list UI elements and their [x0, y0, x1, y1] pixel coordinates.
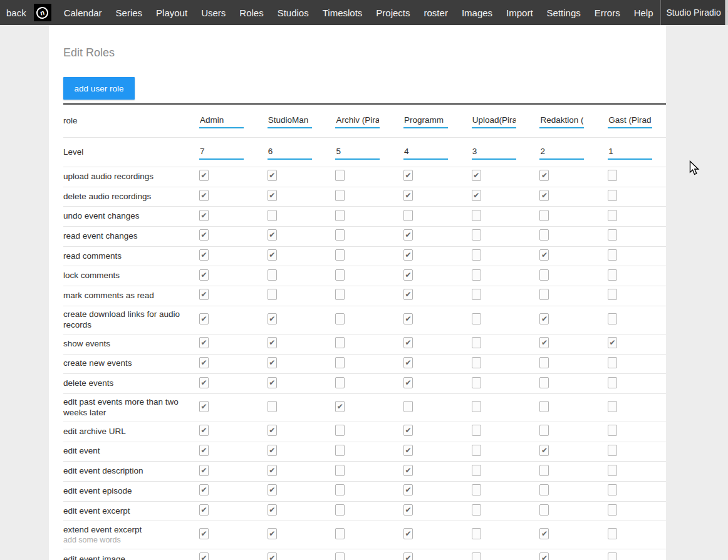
permission-checkbox[interactable]: ✔: [268, 190, 277, 201]
permission-checkbox[interactable]: ✔: [539, 377, 549, 388]
permission-checkbox[interactable]: ✔: [539, 313, 549, 324]
permission-checkbox[interactable]: ✔: [403, 445, 413, 456]
chevron-down-icon[interactable]: ▼: [725, 0, 728, 25]
permission-checkbox[interactable]: ✔: [608, 377, 617, 388]
permission-checkbox[interactable]: ✔: [539, 445, 549, 456]
permission-checkbox[interactable]: ✔: [199, 401, 209, 412]
permission-checkbox[interactable]: ✔: [403, 170, 413, 181]
permission-checkbox[interactable]: ✔: [539, 190, 549, 201]
permission-checkbox[interactable]: ✔: [472, 445, 481, 456]
permission-checkbox[interactable]: ✔: [268, 170, 277, 181]
permission-checkbox[interactable]: ✔: [608, 269, 617, 281]
back-button[interactable]: back: [0, 0, 33, 25]
permission-checkbox[interactable]: ✔: [335, 269, 345, 281]
permission-checkbox[interactable]: ✔: [199, 313, 209, 324]
permission-checkbox[interactable]: ✔: [335, 425, 345, 436]
role-level-input[interactable]: [403, 145, 448, 160]
nav-item-studios[interactable]: Studios: [271, 0, 316, 25]
permission-checkbox[interactable]: ✔: [268, 465, 277, 476]
permission-checkbox[interactable]: ✔: [268, 401, 277, 412]
permission-checkbox[interactable]: ✔: [403, 401, 413, 412]
permission-checkbox[interactable]: ✔: [539, 528, 549, 539]
role-name-input[interactable]: [199, 114, 244, 128]
permission-checkbox[interactable]: ✔: [539, 289, 549, 300]
permission-checkbox[interactable]: ✔: [403, 269, 413, 281]
permission-checkbox[interactable]: ✔: [199, 249, 209, 261]
permission-checkbox[interactable]: ✔: [335, 190, 345, 201]
permission-checkbox[interactable]: ✔: [335, 528, 345, 539]
permission-checkbox[interactable]: ✔: [335, 484, 345, 495]
permission-checkbox[interactable]: ✔: [539, 401, 549, 412]
permission-checkbox[interactable]: ✔: [608, 190, 617, 201]
permission-checkbox[interactable]: ✔: [608, 337, 617, 348]
permission-checkbox[interactable]: ✔: [403, 313, 413, 324]
permission-checkbox[interactable]: ✔: [472, 401, 481, 412]
permission-checkbox[interactable]: ✔: [403, 377, 413, 388]
permission-checkbox[interactable]: ✔: [403, 465, 413, 476]
permission-checkbox[interactable]: ✔: [608, 425, 617, 436]
permission-checkbox[interactable]: ✔: [608, 357, 617, 368]
permission-checkbox[interactable]: ✔: [268, 484, 277, 495]
permission-checkbox[interactable]: ✔: [608, 528, 617, 539]
role-level-input[interactable]: [335, 145, 380, 160]
permission-checkbox[interactable]: ✔: [403, 289, 413, 300]
permission-checkbox[interactable]: ✔: [199, 289, 209, 300]
permission-checkbox[interactable]: ✔: [268, 313, 277, 324]
nav-item-timeslots[interactable]: Timeslots: [316, 0, 370, 25]
permission-checkbox[interactable]: ✔: [539, 229, 549, 241]
permission-checkbox[interactable]: ✔: [403, 357, 413, 368]
permission-checkbox[interactable]: ✔: [403, 552, 413, 560]
permission-checkbox[interactable]: ✔: [472, 425, 481, 436]
permission-checkbox[interactable]: ✔: [335, 465, 345, 476]
permission-checkbox[interactable]: ✔: [268, 357, 277, 368]
permission-checkbox[interactable]: ✔: [335, 210, 345, 221]
permission-checkbox[interactable]: ✔: [472, 465, 481, 476]
permission-checkbox[interactable]: ✔: [608, 229, 617, 241]
permission-checkbox[interactable]: ✔: [335, 229, 345, 241]
permission-checkbox[interactable]: ✔: [472, 357, 481, 368]
role-level-input[interactable]: [472, 145, 516, 160]
permission-checkbox[interactable]: ✔: [539, 552, 549, 560]
permission-checkbox[interactable]: ✔: [472, 210, 481, 221]
permission-checkbox[interactable]: ✔: [403, 425, 413, 436]
permission-checkbox[interactable]: ✔: [199, 484, 209, 495]
permission-checkbox[interactable]: ✔: [608, 552, 617, 560]
permission-checkbox[interactable]: ✔: [403, 229, 413, 241]
permission-checkbox[interactable]: ✔: [539, 337, 549, 348]
permission-checkbox[interactable]: ✔: [472, 313, 481, 324]
permission-checkbox[interactable]: ✔: [608, 401, 617, 412]
permission-checkbox[interactable]: ✔: [199, 210, 209, 221]
permission-checkbox[interactable]: ✔: [539, 465, 549, 476]
nav-item-images[interactable]: Images: [455, 0, 499, 25]
nav-item-calendar[interactable]: Calendar: [57, 0, 109, 25]
permission-checkbox[interactable]: ✔: [335, 445, 345, 456]
permission-checkbox[interactable]: ✔: [608, 170, 617, 181]
permission-checkbox[interactable]: ✔: [608, 210, 617, 221]
permission-checkbox[interactable]: ✔: [335, 357, 345, 368]
permission-checkbox[interactable]: ✔: [268, 337, 277, 348]
permission-checkbox[interactable]: ✔: [472, 289, 481, 300]
permission-checkbox[interactable]: ✔: [199, 465, 209, 476]
permission-checkbox[interactable]: ✔: [539, 357, 549, 368]
permission-checkbox[interactable]: ✔: [539, 484, 549, 495]
permission-checkbox[interactable]: ✔: [403, 528, 413, 539]
permission-checkbox[interactable]: ✔: [403, 484, 413, 495]
permission-checkbox[interactable]: ✔: [268, 269, 277, 281]
permission-checkbox[interactable]: ✔: [268, 425, 277, 436]
studio-select[interactable]: Studio Piradio ▼: [660, 0, 728, 25]
permission-checkbox[interactable]: ✔: [403, 504, 413, 516]
permission-checkbox[interactable]: ✔: [403, 249, 413, 261]
permission-checkbox[interactable]: ✔: [335, 504, 345, 516]
nav-item-settings[interactable]: Settings: [540, 0, 588, 25]
permission-checkbox[interactable]: ✔: [608, 313, 617, 324]
permission-checkbox[interactable]: ✔: [199, 357, 209, 368]
permission-checkbox[interactable]: ✔: [403, 337, 413, 348]
nav-item-errors[interactable]: Errors: [588, 0, 627, 25]
permission-checkbox[interactable]: ✔: [608, 465, 617, 476]
role-name-input[interactable]: [268, 114, 312, 128]
permission-checkbox[interactable]: ✔: [335, 401, 345, 412]
permission-checkbox[interactable]: ✔: [199, 337, 209, 348]
permission-checkbox[interactable]: ✔: [199, 528, 209, 539]
nav-item-users[interactable]: Users: [194, 0, 232, 25]
permission-checkbox[interactable]: ✔: [268, 249, 277, 261]
